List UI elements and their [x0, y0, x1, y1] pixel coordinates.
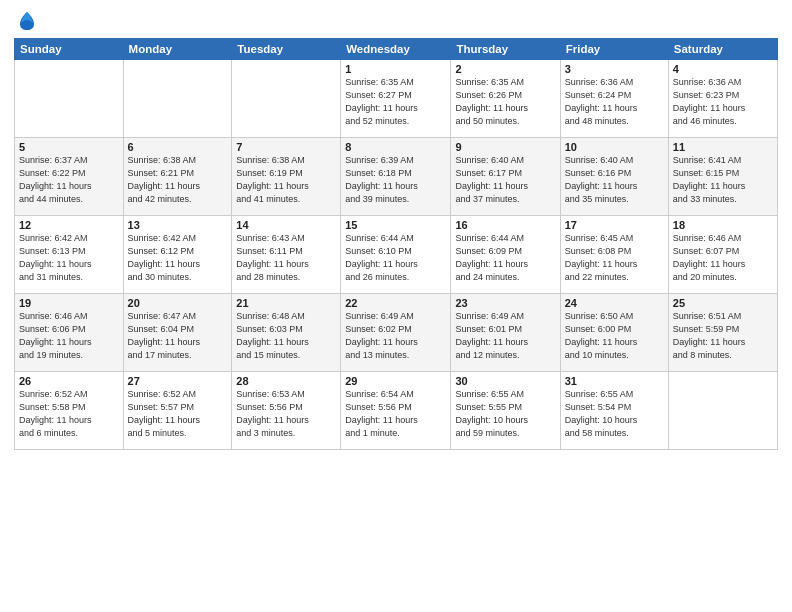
day-cell: 13Sunrise: 6:42 AM Sunset: 6:12 PM Dayli… [123, 216, 232, 294]
day-number: 1 [345, 63, 446, 75]
day-number: 2 [455, 63, 555, 75]
day-info: Sunrise: 6:44 AM Sunset: 6:09 PM Dayligh… [455, 232, 555, 284]
day-info: Sunrise: 6:48 AM Sunset: 6:03 PM Dayligh… [236, 310, 336, 362]
day-info: Sunrise: 6:49 AM Sunset: 6:02 PM Dayligh… [345, 310, 446, 362]
day-number: 18 [673, 219, 773, 231]
day-info: Sunrise: 6:41 AM Sunset: 6:15 PM Dayligh… [673, 154, 773, 206]
day-cell: 5Sunrise: 6:37 AM Sunset: 6:22 PM Daylig… [15, 138, 124, 216]
day-cell [668, 372, 777, 450]
day-info: Sunrise: 6:52 AM Sunset: 5:58 PM Dayligh… [19, 388, 119, 440]
day-number: 31 [565, 375, 664, 387]
day-info: Sunrise: 6:43 AM Sunset: 6:11 PM Dayligh… [236, 232, 336, 284]
day-info: Sunrise: 6:52 AM Sunset: 5:57 PM Dayligh… [128, 388, 228, 440]
header [14, 10, 778, 32]
day-info: Sunrise: 6:40 AM Sunset: 6:16 PM Dayligh… [565, 154, 664, 206]
week-row-0: 1Sunrise: 6:35 AM Sunset: 6:27 PM Daylig… [15, 60, 778, 138]
day-cell: 25Sunrise: 6:51 AM Sunset: 5:59 PM Dayli… [668, 294, 777, 372]
day-cell: 29Sunrise: 6:54 AM Sunset: 5:56 PM Dayli… [341, 372, 451, 450]
day-cell: 9Sunrise: 6:40 AM Sunset: 6:17 PM Daylig… [451, 138, 560, 216]
day-cell: 26Sunrise: 6:52 AM Sunset: 5:58 PM Dayli… [15, 372, 124, 450]
day-info: Sunrise: 6:42 AM Sunset: 6:13 PM Dayligh… [19, 232, 119, 284]
week-row-1: 5Sunrise: 6:37 AM Sunset: 6:22 PM Daylig… [15, 138, 778, 216]
day-info: Sunrise: 6:35 AM Sunset: 6:26 PM Dayligh… [455, 76, 555, 128]
day-number: 29 [345, 375, 446, 387]
day-cell [123, 60, 232, 138]
day-info: Sunrise: 6:36 AM Sunset: 6:24 PM Dayligh… [565, 76, 664, 128]
day-info: Sunrise: 6:39 AM Sunset: 6:18 PM Dayligh… [345, 154, 446, 206]
day-cell: 20Sunrise: 6:47 AM Sunset: 6:04 PM Dayli… [123, 294, 232, 372]
day-number: 16 [455, 219, 555, 231]
week-row-3: 19Sunrise: 6:46 AM Sunset: 6:06 PM Dayli… [15, 294, 778, 372]
day-info: Sunrise: 6:44 AM Sunset: 6:10 PM Dayligh… [345, 232, 446, 284]
page: SundayMondayTuesdayWednesdayThursdayFrid… [0, 0, 792, 612]
day-info: Sunrise: 6:53 AM Sunset: 5:56 PM Dayligh… [236, 388, 336, 440]
week-row-4: 26Sunrise: 6:52 AM Sunset: 5:58 PM Dayli… [15, 372, 778, 450]
day-number: 20 [128, 297, 228, 309]
day-info: Sunrise: 6:46 AM Sunset: 6:07 PM Dayligh… [673, 232, 773, 284]
day-number: 28 [236, 375, 336, 387]
day-cell: 14Sunrise: 6:43 AM Sunset: 6:11 PM Dayli… [232, 216, 341, 294]
day-info: Sunrise: 6:49 AM Sunset: 6:01 PM Dayligh… [455, 310, 555, 362]
day-number: 27 [128, 375, 228, 387]
day-number: 13 [128, 219, 228, 231]
day-info: Sunrise: 6:40 AM Sunset: 6:17 PM Dayligh… [455, 154, 555, 206]
weekday-wednesday: Wednesday [341, 39, 451, 60]
day-cell: 19Sunrise: 6:46 AM Sunset: 6:06 PM Dayli… [15, 294, 124, 372]
day-number: 26 [19, 375, 119, 387]
day-info: Sunrise: 6:36 AM Sunset: 6:23 PM Dayligh… [673, 76, 773, 128]
day-number: 6 [128, 141, 228, 153]
day-number: 12 [19, 219, 119, 231]
day-cell: 24Sunrise: 6:50 AM Sunset: 6:00 PM Dayli… [560, 294, 668, 372]
day-cell [15, 60, 124, 138]
day-number: 25 [673, 297, 773, 309]
calendar-table: SundayMondayTuesdayWednesdayThursdayFrid… [14, 38, 778, 450]
weekday-sunday: Sunday [15, 39, 124, 60]
day-number: 3 [565, 63, 664, 75]
day-cell: 7Sunrise: 6:38 AM Sunset: 6:19 PM Daylig… [232, 138, 341, 216]
day-cell: 23Sunrise: 6:49 AM Sunset: 6:01 PM Dayli… [451, 294, 560, 372]
weekday-tuesday: Tuesday [232, 39, 341, 60]
day-info: Sunrise: 6:35 AM Sunset: 6:27 PM Dayligh… [345, 76, 446, 128]
day-number: 9 [455, 141, 555, 153]
day-number: 14 [236, 219, 336, 231]
day-info: Sunrise: 6:51 AM Sunset: 5:59 PM Dayligh… [673, 310, 773, 362]
day-number: 10 [565, 141, 664, 153]
day-number: 24 [565, 297, 664, 309]
day-info: Sunrise: 6:45 AM Sunset: 6:08 PM Dayligh… [565, 232, 664, 284]
day-info: Sunrise: 6:55 AM Sunset: 5:54 PM Dayligh… [565, 388, 664, 440]
day-info: Sunrise: 6:42 AM Sunset: 6:12 PM Dayligh… [128, 232, 228, 284]
weekday-friday: Friday [560, 39, 668, 60]
day-number: 5 [19, 141, 119, 153]
day-number: 7 [236, 141, 336, 153]
day-number: 30 [455, 375, 555, 387]
day-info: Sunrise: 6:54 AM Sunset: 5:56 PM Dayligh… [345, 388, 446, 440]
day-cell: 30Sunrise: 6:55 AM Sunset: 5:55 PM Dayli… [451, 372, 560, 450]
day-cell: 21Sunrise: 6:48 AM Sunset: 6:03 PM Dayli… [232, 294, 341, 372]
day-number: 22 [345, 297, 446, 309]
day-number: 21 [236, 297, 336, 309]
day-cell: 8Sunrise: 6:39 AM Sunset: 6:18 PM Daylig… [341, 138, 451, 216]
day-cell: 28Sunrise: 6:53 AM Sunset: 5:56 PM Dayli… [232, 372, 341, 450]
day-info: Sunrise: 6:38 AM Sunset: 6:19 PM Dayligh… [236, 154, 336, 206]
day-number: 11 [673, 141, 773, 153]
day-number: 15 [345, 219, 446, 231]
day-cell: 15Sunrise: 6:44 AM Sunset: 6:10 PM Dayli… [341, 216, 451, 294]
day-info: Sunrise: 6:47 AM Sunset: 6:04 PM Dayligh… [128, 310, 228, 362]
day-cell [232, 60, 341, 138]
day-info: Sunrise: 6:38 AM Sunset: 6:21 PM Dayligh… [128, 154, 228, 206]
day-number: 19 [19, 297, 119, 309]
day-number: 17 [565, 219, 664, 231]
day-cell: 12Sunrise: 6:42 AM Sunset: 6:13 PM Dayli… [15, 216, 124, 294]
day-cell: 3Sunrise: 6:36 AM Sunset: 6:24 PM Daylig… [560, 60, 668, 138]
day-info: Sunrise: 6:46 AM Sunset: 6:06 PM Dayligh… [19, 310, 119, 362]
day-cell: 22Sunrise: 6:49 AM Sunset: 6:02 PM Dayli… [341, 294, 451, 372]
logo-icon [16, 10, 38, 32]
day-number: 8 [345, 141, 446, 153]
day-info: Sunrise: 6:55 AM Sunset: 5:55 PM Dayligh… [455, 388, 555, 440]
weekday-header-row: SundayMondayTuesdayWednesdayThursdayFrid… [15, 39, 778, 60]
weekday-thursday: Thursday [451, 39, 560, 60]
day-cell: 10Sunrise: 6:40 AM Sunset: 6:16 PM Dayli… [560, 138, 668, 216]
day-cell: 17Sunrise: 6:45 AM Sunset: 6:08 PM Dayli… [560, 216, 668, 294]
week-row-2: 12Sunrise: 6:42 AM Sunset: 6:13 PM Dayli… [15, 216, 778, 294]
day-cell: 16Sunrise: 6:44 AM Sunset: 6:09 PM Dayli… [451, 216, 560, 294]
